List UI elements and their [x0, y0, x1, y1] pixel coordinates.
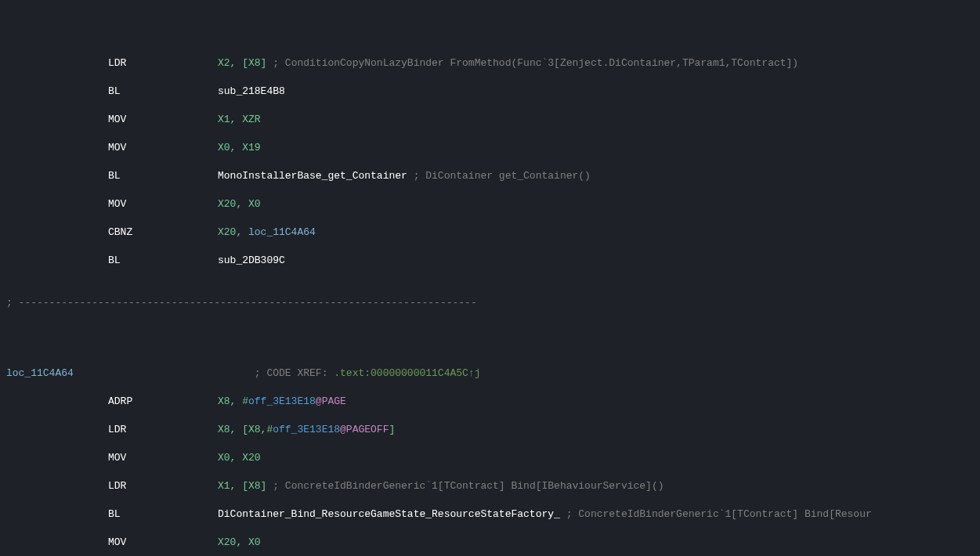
page-directive: @PAGEOFF	[340, 424, 389, 435]
operands: X1, [X8]	[218, 480, 266, 492]
mnemonic: LDR	[108, 56, 218, 70]
asm-line: ADRPX8, #off_3E13E18@PAGE	[6, 395, 974, 409]
operands: X20,	[218, 226, 248, 238]
offset-symbol[interactable]: off_3E13E18	[273, 424, 340, 435]
asm-line: MOVX20, X0	[6, 536, 974, 550]
asm-line: CBNZX20, loc_11C4A64	[6, 226, 974, 240]
mnemonic: BL	[108, 254, 218, 268]
comment: ; ConcreteIdBinderGeneric`1[TContract] B…	[560, 508, 872, 520]
asm-line: MOVX0, X19	[6, 141, 974, 155]
mnemonic: ADRP	[108, 395, 218, 409]
disassembly-view[interactable]: LDRX2, [X8] ; ConditionCopyNonLazyBinder…	[0, 0, 980, 556]
operands: X20, X0	[218, 198, 261, 210]
asm-line: MOVX20, X0	[6, 197, 974, 211]
operands: X8, [X8,#	[218, 424, 273, 435]
bracket-close: ]	[389, 424, 395, 435]
operands: X0, X20	[218, 452, 261, 464]
label-line: loc_11C4A64 ; CODE XREF: .text:000000000…	[6, 366, 974, 381]
asm-line: MOVX1, XZR	[6, 113, 974, 127]
xref-link[interactable]: .text:00000000011C4A5C↑j	[334, 367, 480, 379]
xref-keyword: CODE XREF:	[266, 367, 327, 379]
mnemonic: MOV	[108, 451, 218, 465]
asm-line: BLsub_218E4B8	[6, 85, 974, 99]
offset-symbol[interactable]: off_3E13E18	[248, 395, 316, 407]
operands: X1, XZR	[218, 114, 261, 125]
mnemonic: MOV	[108, 141, 218, 155]
mnemonic: CBNZ	[108, 226, 218, 240]
mnemonic: LDR	[108, 423, 218, 437]
comment: ; DiContainer get_Container()	[407, 170, 591, 182]
asm-line: LDRX8, [X8,#off_3E13E18@PAGEOFF]	[6, 423, 974, 437]
operands: X0, X19	[218, 142, 261, 153]
mnemonic: LDR	[108, 479, 218, 493]
jump-target[interactable]: loc_11C4A64	[248, 226, 316, 238]
operands: X8, #	[218, 395, 248, 407]
comment: ; ConcreteIdBinderGeneric`1[TContract] B…	[266, 480, 664, 492]
call-target[interactable]: DiContainer_Bind_ResourceGameState_Resou…	[218, 508, 560, 520]
operands: X2, [X8]	[218, 57, 266, 69]
separator: ; --------------------------------------…	[6, 296, 974, 310]
call-target[interactable]: sub_218E4B8	[218, 85, 285, 97]
mnemonic: BL	[108, 507, 218, 522]
location-label[interactable]: loc_11C4A64	[6, 366, 108, 381]
asm-line: BLsub_2DB309C	[6, 254, 974, 268]
asm-line: LDRX1, [X8] ; ConcreteIdBinderGeneric`1[…	[6, 479, 974, 493]
mnemonic: MOV	[108, 113, 218, 127]
mnemonic: MOV	[108, 536, 218, 550]
page-directive: @PAGE	[316, 395, 346, 407]
call-target[interactable]: MonoInstallerBase_get_Container	[218, 170, 407, 182]
asm-line: BLDiContainer_Bind_ResourceGameState_Res…	[6, 507, 974, 522]
comment: ; ConditionCopyNonLazyBinder FromMethod(…	[266, 57, 798, 69]
mnemonic: BL	[108, 169, 218, 183]
mnemonic: BL	[108, 85, 218, 99]
operands: X20, X0	[218, 536, 261, 548]
mnemonic: MOV	[108, 197, 218, 211]
asm-line: MOVX0, X20	[6, 451, 974, 465]
asm-line: BLMonoInstallerBase_get_Container ; DiCo…	[6, 169, 974, 183]
call-target[interactable]: sub_2DB309C	[218, 255, 285, 266]
asm-line: LDRX2, [X8] ; ConditionCopyNonLazyBinder…	[6, 56, 974, 70]
